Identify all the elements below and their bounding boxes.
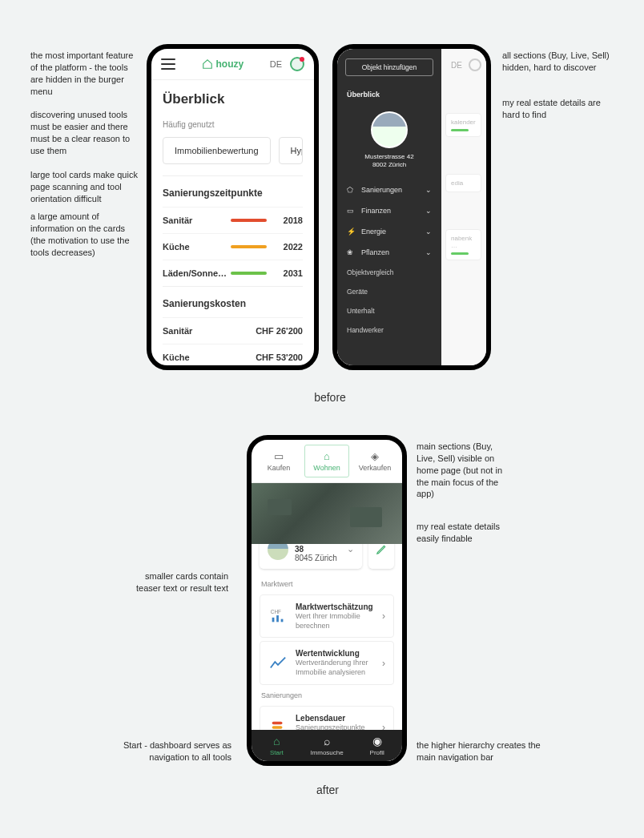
nav-icon: ⌕ bbox=[302, 735, 352, 747]
phone-before-drawer: DE kalender edia nabenk … Objekt hinzufü… bbox=[332, 44, 491, 370]
tab-label: Verkaufen bbox=[359, 464, 392, 472]
drawer-item[interactable]: ⚡Energie⌄ bbox=[337, 221, 441, 242]
annotation-largecards: large tool cards make quick page scannin… bbox=[30, 169, 139, 205]
bottom-nav: ⌂Start⌕Immosuche◉Profil bbox=[252, 730, 402, 761]
svg-rect-3 bbox=[281, 619, 284, 622]
drawer-item-icon: ⚡ bbox=[347, 228, 356, 236]
tool-pill-mortgage[interactable]: Hypotheke bbox=[279, 137, 303, 164]
renovation-date-row[interactable]: Läden/Sonnens … 2031 bbox=[163, 260, 303, 286]
annotation-infooverload: a large amount of information on the car… bbox=[30, 211, 139, 258]
drawer-item[interactable]: ❀Pflanzen⌄ bbox=[337, 242, 441, 263]
chevron-down-icon: ⌄ bbox=[425, 207, 432, 215]
bottom-nav-item[interactable]: ⌕Immosuche bbox=[302, 735, 352, 756]
progress-bar-icon bbox=[231, 219, 267, 222]
row-label: Läden/Sonnens … bbox=[163, 268, 231, 278]
tool-pill-valuation[interactable]: Immobilienbewertung bbox=[163, 137, 271, 164]
add-property-button[interactable]: Objekt hinzufügen bbox=[345, 58, 433, 76]
tool-card[interactable]: Wertentwicklung Wertveränderung Ihrer Im… bbox=[260, 641, 394, 684]
drawer-link[interactable]: Objektvergleich bbox=[337, 263, 441, 282]
pencil-icon bbox=[376, 544, 387, 555]
tool-category-label: Marktwert bbox=[252, 577, 402, 591]
annotation-details-findable: my real estate details easily findable bbox=[417, 521, 509, 545]
tool-title: Wertentwicklung bbox=[296, 648, 374, 659]
drawer-title: Überblick bbox=[337, 84, 441, 105]
tool-card[interactable]: CHF Marktwertschätzung Wert Ihrer Immobi… bbox=[260, 594, 394, 638]
chevron-right-icon: › bbox=[382, 658, 385, 669]
section-renovation-dates: Sanierungszeitpunkte bbox=[163, 175, 303, 207]
row-label: Küche bbox=[163, 242, 231, 252]
behind-card: edia bbox=[445, 174, 481, 192]
renovation-cost-row[interactable]: Sanitär CHF 26'200 bbox=[163, 317, 303, 344]
chevron-down-icon: ⌄ bbox=[425, 186, 432, 194]
frequently-label: Häufig genutzt bbox=[163, 120, 303, 129]
svg-rect-2 bbox=[276, 615, 279, 622]
row-year: 2018 bbox=[267, 216, 303, 225]
tab-label: Wohnen bbox=[313, 464, 340, 472]
property-line2: 8045 Zürich bbox=[295, 554, 340, 562]
renovation-date-row[interactable]: Sanitär 2018 bbox=[163, 207, 303, 233]
bottom-nav-item[interactable]: ◉Profil bbox=[352, 735, 402, 756]
nav-label: Immosuche bbox=[310, 749, 343, 756]
drawer-item-icon: ▭ bbox=[347, 207, 356, 215]
phone-before-overview: houzy DE Überblick Häufig genutzt Immobi… bbox=[147, 44, 319, 370]
brand-name: houzy bbox=[216, 58, 244, 70]
svg-rect-1 bbox=[272, 618, 275, 622]
row-cost: CHF 53'200 bbox=[250, 353, 303, 362]
row-label: Sanitär bbox=[163, 326, 231, 336]
profile-avatar-icon[interactable] bbox=[469, 58, 481, 71]
row-label: Küche bbox=[163, 353, 231, 362]
nav-label: Profil bbox=[370, 749, 384, 756]
label-before: before bbox=[306, 391, 354, 404]
drawer-item[interactable]: ⬠Sanierungen⌄ bbox=[337, 179, 441, 200]
annotation-sections-visible: main sections (Buy, Live, Sell) visible … bbox=[417, 441, 509, 500]
annotation-smaller-cards: smaller cards contain teaser text or res… bbox=[128, 570, 228, 594]
section-renovation-costs: Sanierungskosten bbox=[163, 286, 303, 317]
chevron-down-icon: ⌄ bbox=[425, 248, 432, 256]
svg-text:CHF: CHF bbox=[271, 609, 281, 614]
profile-avatar-icon[interactable] bbox=[290, 57, 304, 71]
property-photo[interactable] bbox=[371, 111, 408, 148]
property-hero-image bbox=[252, 483, 402, 544]
annotation-sections-hidden: all sections (Buy, Live, Sell) hidden, h… bbox=[502, 50, 618, 74]
top-tab[interactable]: ◈Verkaufen bbox=[352, 445, 397, 477]
top-tabs: ▭Kaufen⌂Wohnen◈Verkaufen bbox=[252, 440, 402, 483]
progress-bar-icon bbox=[231, 272, 267, 275]
nav-label: Start bbox=[270, 749, 284, 756]
renovation-cost-row[interactable]: Küche CHF 53'200 bbox=[163, 344, 303, 370]
top-tab[interactable]: ▭Kaufen bbox=[256, 445, 301, 477]
tool-icon bbox=[268, 654, 288, 673]
page-title: Überblick bbox=[163, 91, 303, 107]
behind-card: kalender bbox=[445, 113, 481, 137]
tool-title: Marktwertschätzung bbox=[296, 602, 374, 612]
drawer-item-label: Finanzen bbox=[361, 207, 391, 215]
drawer-item[interactable]: ▭Finanzen⌄ bbox=[337, 200, 441, 221]
brand-logo: houzy bbox=[202, 58, 244, 70]
tab-icon: ◈ bbox=[353, 450, 396, 462]
tool-icon: CHF bbox=[268, 606, 288, 626]
renovation-date-row[interactable]: Küche 2022 bbox=[163, 233, 303, 260]
top-tab[interactable]: ⌂Wohnen bbox=[304, 445, 349, 477]
tool-title: Lebensdauer bbox=[296, 713, 374, 723]
property-address: Musterstrasse 42 8002 Zürich bbox=[337, 153, 441, 170]
chevron-down-icon: ⌄ bbox=[347, 544, 354, 554]
phone-after: ▭Kaufen⌂Wohnen◈Verkaufen Austrasse 38 80… bbox=[247, 435, 407, 766]
bottom-nav-item[interactable]: ⌂Start bbox=[252, 735, 302, 756]
behind-card: nabenk … bbox=[445, 229, 481, 260]
burger-menu-icon[interactable] bbox=[161, 58, 175, 70]
tool-desc: Wertveränderung Ihrer Immobilie analysie… bbox=[296, 659, 374, 677]
svg-rect-4 bbox=[272, 722, 283, 725]
chevron-down-icon: ⌄ bbox=[425, 228, 432, 236]
drawer-link[interactable]: Handwerker bbox=[337, 320, 441, 340]
label-after: after bbox=[308, 784, 348, 796]
drawer-link[interactable]: Unterhalt bbox=[337, 301, 441, 320]
row-cost: CHF 26'200 bbox=[250, 326, 303, 336]
drawer-link[interactable]: Geräte bbox=[337, 282, 441, 301]
annotation-discover: discovering unused tools must be easier … bbox=[30, 109, 139, 156]
lang-switch[interactable]: DE bbox=[270, 59, 282, 69]
sidebar-drawer: Objekt hinzufügen Überblick Musterstrass… bbox=[337, 49, 441, 365]
drawer-item-label: Energie bbox=[361, 228, 386, 236]
row-year: 2031 bbox=[267, 268, 303, 278]
tool-desc: Wert Ihrer Immobilie berechnen bbox=[296, 612, 374, 631]
svg-rect-5 bbox=[272, 726, 283, 729]
lang-switch[interactable]: DE bbox=[451, 61, 462, 70]
